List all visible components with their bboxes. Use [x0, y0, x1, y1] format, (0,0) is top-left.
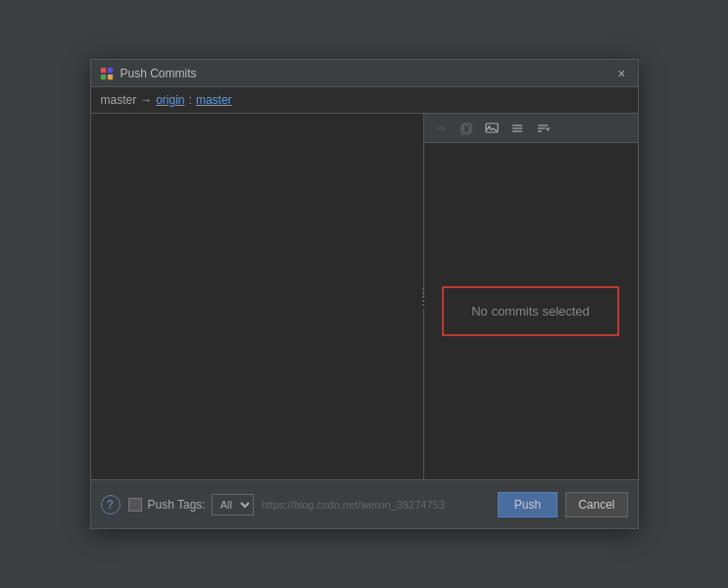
toolbar-btn-list[interactable] — [507, 118, 528, 139]
divider-dot-3: · — [422, 300, 424, 302]
divider-dot-2: · — [422, 296, 424, 298]
footer-url: https://blog.csdn.net/weixin_39274753 — [262, 499, 445, 511]
breadcrumb-separator: : — [189, 93, 192, 107]
title-bar-left: Push Commits — [99, 66, 197, 81]
help-button[interactable]: ? — [101, 495, 121, 514]
dialog-title: Push Commits — [121, 67, 197, 80]
push-commits-dialog: Push Commits × master → origin : master … — [90, 59, 639, 529]
right-content: No commits selected — [424, 143, 638, 479]
toolbar-btn-arrow[interactable]: ⇒ — [430, 118, 452, 139]
git-icon — [99, 66, 115, 81]
footer-top: ? Push Tags: All https://blog.csdn.net/w… — [101, 492, 628, 517]
push-tags-checkbox[interactable] — [128, 498, 142, 512]
tags-select[interactable]: All — [212, 494, 254, 515]
toolbar-btn-copy[interactable] — [456, 118, 477, 139]
svg-rect-1 — [107, 67, 112, 72]
main-content: · · · ⇒ — [91, 114, 638, 479]
close-button[interactable]: × — [613, 65, 629, 82]
remote-branch[interactable]: master — [196, 93, 232, 107]
remote-link[interactable]: origin — [156, 93, 184, 107]
svg-rect-3 — [107, 74, 112, 78]
title-bar: Push Commits × — [91, 60, 638, 87]
right-toolbar: ⇒ — [424, 114, 638, 143]
left-panel: · · · — [91, 114, 424, 479]
footer: ? Push Tags: All https://blog.csdn.net/w… — [91, 479, 638, 528]
push-button[interactable]: Push — [498, 492, 558, 517]
svg-rect-4 — [461, 125, 469, 134]
svg-rect-0 — [100, 67, 105, 72]
cancel-button[interactable]: Cancel — [565, 492, 627, 517]
divider-dot-1: · — [422, 292, 424, 294]
no-commits-text: No commits selected — [471, 304, 590, 318]
svg-rect-2 — [100, 74, 105, 78]
push-tags-text: Push Tags: — [148, 498, 206, 512]
arrow-icon: → — [140, 93, 152, 107]
svg-rect-5 — [463, 123, 471, 132]
divider-handle[interactable]: · · · — [419, 282, 427, 312]
push-tags-label: Push Tags: All — [128, 494, 254, 515]
breadcrumb-bar: master → origin : master — [91, 87, 638, 114]
local-branch: master — [101, 93, 137, 107]
toolbar-btn-sort[interactable] — [532, 118, 554, 139]
no-commits-box: No commits selected — [442, 286, 619, 336]
right-panel: ⇒ — [424, 114, 638, 479]
toolbar-btn-image[interactable] — [481, 118, 503, 139]
